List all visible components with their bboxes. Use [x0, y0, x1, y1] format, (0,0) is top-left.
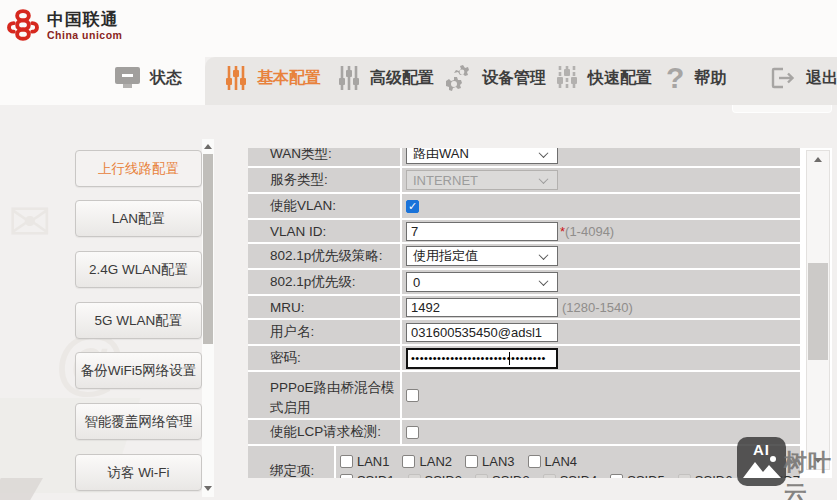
wan-config-form: WAN类型: 路由WAN 服务类型: INTERNET 使能VLAN:	[248, 148, 800, 478]
priority-select[interactable]: 0	[406, 272, 558, 292]
sidebar-item-backup-wifi5[interactable]: 备份WiFi5网络设置	[75, 352, 202, 389]
china-unicom-logo: 中国联通 China unicom	[6, 7, 122, 45]
chevron-down-icon	[539, 148, 549, 158]
vlan-id-input[interactable]	[406, 222, 558, 241]
form-row-vlan-id: VLAN ID: * (1-4094)	[248, 220, 800, 244]
nav-label: 帮助	[694, 68, 726, 89]
ssid6-checkbox	[678, 474, 691, 478]
chevron-down-icon	[539, 276, 549, 286]
field-label: 绑定项:	[248, 446, 336, 478]
lan3-checkbox[interactable]	[465, 455, 478, 468]
nav-item-logout[interactable]: 退出	[770, 60, 837, 96]
nav-item-advanced-config[interactable]: 高级配置	[338, 60, 434, 96]
header-band	[0, 0, 837, 57]
nav-item-status[interactable]: 状态	[115, 60, 182, 96]
form-row-lcp-detect: 使能LCP请求检测:	[248, 420, 800, 446]
binding-option[interactable]: SSID5	[610, 473, 665, 478]
mountains-icon	[740, 454, 784, 480]
field-label: WAN类型:	[248, 148, 402, 166]
gears-icon	[444, 65, 472, 91]
sidebar-item-5g-wlan-config[interactable]: 5G WLAN配置	[75, 302, 202, 339]
priority-policy-select[interactable]: 使用指定值	[406, 246, 558, 266]
form-row-enable-vlan: 使能VLAN:	[248, 194, 800, 220]
ssid5-checkbox[interactable]	[610, 474, 623, 478]
sidebar-item-label: 访客 Wi-Fi	[107, 464, 169, 482]
sidebar-item-2g4-wlan-config[interactable]: 2.4G WLAN配置	[75, 251, 202, 288]
content-scroll-up-icon[interactable]	[814, 157, 822, 162]
lan4-checkbox[interactable]	[528, 455, 541, 468]
ssid3-checkbox	[475, 474, 488, 478]
sidebar-scroll-down-icon[interactable]	[204, 486, 212, 491]
nav-label: 退出	[806, 68, 837, 89]
pppoe-bridge-checkbox[interactable]	[406, 389, 419, 402]
ai-image-watermark: AI	[737, 437, 786, 486]
lan1-checkbox[interactable]	[340, 455, 353, 468]
sidebar-scroll-up-icon[interactable]	[204, 144, 212, 149]
select-value: 使用指定值	[413, 247, 478, 265]
nav-label: 设备管理	[482, 68, 546, 89]
mru-input[interactable]	[406, 298, 558, 317]
form-row-binding: 绑定项: LAN1 LAN2 LAN3 LAN4 SSID1 SSID2 SSI…	[248, 446, 800, 478]
lan2-checkbox[interactable]	[402, 455, 415, 468]
binding-option[interactable]: LAN2	[402, 454, 452, 469]
field-hint: (1280-1540)	[562, 300, 633, 315]
select-value: 路由WAN	[413, 148, 469, 163]
binding-option[interactable]: LAN3	[465, 454, 515, 469]
sliders-icon	[338, 65, 360, 91]
sliders-icon	[225, 65, 247, 91]
binding-option[interactable]: LAN4	[528, 454, 578, 469]
checkbox-label: SSID3	[492, 473, 530, 478]
laptop-decoration	[0, 478, 43, 500]
binding-option[interactable]: SSID1	[340, 473, 395, 478]
wan-type-select[interactable]: 路由WAN	[406, 148, 558, 164]
field-label: MRU:	[248, 296, 402, 318]
nav-label: 高级配置	[370, 68, 434, 89]
nav-label: 状态	[150, 68, 182, 89]
ssid2-checkbox	[408, 474, 421, 478]
sidebar-item-label: 智能覆盖网络管理	[85, 413, 193, 431]
checkbox-label: LAN2	[419, 454, 452, 469]
nav-item-help[interactable]: ? 帮助	[666, 60, 726, 96]
watermark-label: 树叶云	[784, 447, 837, 500]
envelope-decoration: ✉	[8, 192, 52, 252]
select-value: INTERNET	[413, 173, 478, 188]
binding-option[interactable]: LAN1	[340, 454, 390, 469]
field-label: 使能VLAN:	[248, 194, 402, 218]
sidebar-item-label: LAN配置	[112, 210, 165, 228]
checkbox-label: SSID4	[560, 473, 598, 478]
checkbox-label: SSID6	[695, 473, 733, 478]
sidebar-item-guest-wifi[interactable]: 访客 Wi-Fi	[75, 454, 202, 491]
sidebar-scrollbar-thumb[interactable]	[203, 154, 213, 344]
password-input[interactable]: •••••••••••••••••••••••••••••••	[406, 348, 558, 369]
nav-item-quick-config[interactable]: 快速配置	[556, 60, 652, 96]
form-row-username: 用户名:	[248, 320, 800, 346]
sidebar-item-lan-config[interactable]: LAN配置	[75, 200, 202, 237]
field-label: 服务类型:	[248, 168, 402, 192]
nav-item-basic-config[interactable]: 基本配置	[225, 60, 321, 96]
checkbox-label: SSID1	[357, 473, 395, 478]
unicom-knot-icon	[6, 7, 40, 45]
field-label: 802.1p优先级策略:	[248, 244, 402, 268]
binding-option: SSID2	[408, 473, 463, 478]
sidebar-item-uplink-config[interactable]: 上行线路配置	[75, 150, 202, 187]
sidebar-item-label: 2.4G WLAN配置	[89, 261, 188, 279]
content-scrollbar-thumb[interactable]	[808, 263, 828, 360]
field-hint: (1-4094)	[565, 224, 614, 239]
username-input[interactable]	[406, 323, 558, 342]
nav-item-device-management[interactable]: 设备管理	[444, 60, 546, 96]
enable-vlan-checkbox[interactable]	[406, 200, 419, 213]
form-row-service-type: 服务类型: INTERNET	[248, 168, 800, 194]
form-row-8021p-priority: 802.1p优先级: 0	[248, 270, 800, 296]
ssid1-checkbox[interactable]	[340, 474, 353, 478]
checkbox-label: LAN1	[357, 454, 390, 469]
checkbox-label: LAN4	[545, 454, 578, 469]
chevron-down-icon	[539, 250, 549, 260]
chevron-down-icon	[539, 174, 549, 184]
nav-label: 快速配置	[588, 68, 652, 89]
binding-option: SSID4	[543, 473, 598, 478]
nav-label: 基本配置	[257, 68, 321, 89]
lcp-detect-checkbox[interactable]	[406, 426, 419, 439]
form-row-mru: MRU: (1280-1540)	[248, 296, 800, 320]
ssid4-checkbox	[543, 474, 556, 478]
sidebar-item-smart-coverage[interactable]: 智能覆盖网络管理	[75, 403, 202, 440]
